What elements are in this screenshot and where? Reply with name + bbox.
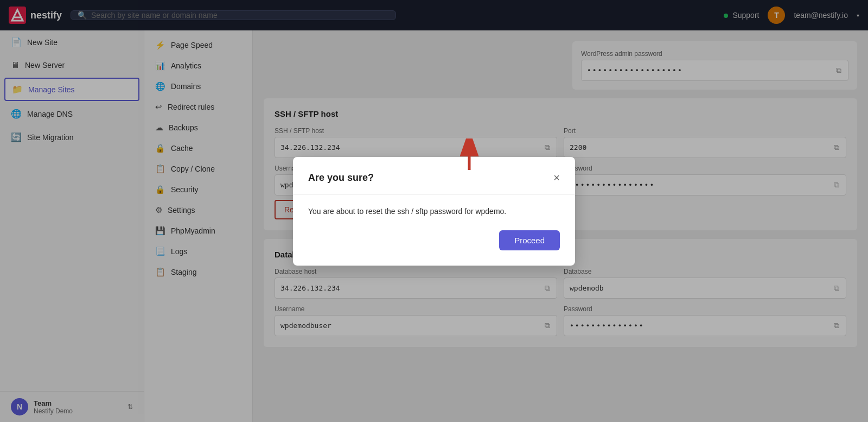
modal-overlay[interactable]: Are you sure? × You are about to reset t… — [0, 0, 868, 422]
modal-header: Are you sure? × — [308, 172, 560, 184]
modal-body: You are about to reset the ssh / sftp pa… — [308, 206, 560, 217]
modal-title: Are you sure? — [308, 172, 374, 184]
confirm-modal: Are you sure? × You are about to reset t… — [293, 157, 575, 266]
modal-close-button[interactable]: × — [553, 172, 560, 183]
modal-footer: Proceed — [308, 230, 560, 250]
modal-divider — [293, 194, 575, 195]
proceed-button[interactable]: Proceed — [499, 230, 560, 250]
